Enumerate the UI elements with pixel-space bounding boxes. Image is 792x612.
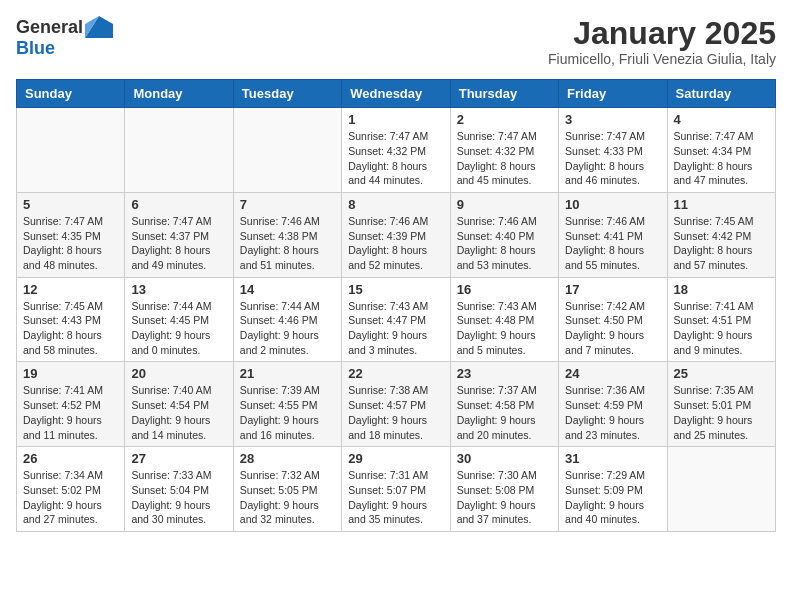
calendar-day-header: Saturday [667, 80, 775, 108]
logo: General Blue [16, 16, 113, 59]
day-number: 7 [240, 197, 335, 212]
month-title: January 2025 [548, 16, 776, 51]
calendar-day-header: Thursday [450, 80, 558, 108]
calendar-cell: 26Sunrise: 7:34 AM Sunset: 5:02 PM Dayli… [17, 447, 125, 532]
day-number: 20 [131, 366, 226, 381]
calendar-cell: 5Sunrise: 7:47 AM Sunset: 4:35 PM Daylig… [17, 192, 125, 277]
calendar-cell: 12Sunrise: 7:45 AM Sunset: 4:43 PM Dayli… [17, 277, 125, 362]
day-number: 17 [565, 282, 660, 297]
calendar-header-row: SundayMondayTuesdayWednesdayThursdayFrid… [17, 80, 776, 108]
calendar-cell: 21Sunrise: 7:39 AM Sunset: 4:55 PM Dayli… [233, 362, 341, 447]
day-info: Sunrise: 7:41 AM Sunset: 4:51 PM Dayligh… [674, 299, 769, 358]
calendar-cell: 11Sunrise: 7:45 AM Sunset: 4:42 PM Dayli… [667, 192, 775, 277]
day-info: Sunrise: 7:43 AM Sunset: 4:47 PM Dayligh… [348, 299, 443, 358]
day-number: 26 [23, 451, 118, 466]
calendar-cell: 2Sunrise: 7:47 AM Sunset: 4:32 PM Daylig… [450, 108, 558, 193]
calendar-cell: 16Sunrise: 7:43 AM Sunset: 4:48 PM Dayli… [450, 277, 558, 362]
day-info: Sunrise: 7:42 AM Sunset: 4:50 PM Dayligh… [565, 299, 660, 358]
day-number: 10 [565, 197, 660, 212]
day-number: 23 [457, 366, 552, 381]
day-number: 27 [131, 451, 226, 466]
day-info: Sunrise: 7:32 AM Sunset: 5:05 PM Dayligh… [240, 468, 335, 527]
day-number: 5 [23, 197, 118, 212]
day-number: 30 [457, 451, 552, 466]
location-subtitle: Fiumicello, Friuli Venezia Giulia, Italy [548, 51, 776, 67]
calendar-cell: 31Sunrise: 7:29 AM Sunset: 5:09 PM Dayli… [559, 447, 667, 532]
title-section: January 2025 Fiumicello, Friuli Venezia … [548, 16, 776, 67]
day-info: Sunrise: 7:37 AM Sunset: 4:58 PM Dayligh… [457, 383, 552, 442]
day-number: 18 [674, 282, 769, 297]
calendar-cell: 29Sunrise: 7:31 AM Sunset: 5:07 PM Dayli… [342, 447, 450, 532]
calendar-table: SundayMondayTuesdayWednesdayThursdayFrid… [16, 79, 776, 532]
calendar-cell [233, 108, 341, 193]
calendar-cell [667, 447, 775, 532]
day-number: 8 [348, 197, 443, 212]
calendar-cell: 17Sunrise: 7:42 AM Sunset: 4:50 PM Dayli… [559, 277, 667, 362]
calendar-cell: 18Sunrise: 7:41 AM Sunset: 4:51 PM Dayli… [667, 277, 775, 362]
calendar-cell: 15Sunrise: 7:43 AM Sunset: 4:47 PM Dayli… [342, 277, 450, 362]
day-info: Sunrise: 7:35 AM Sunset: 5:01 PM Dayligh… [674, 383, 769, 442]
day-number: 22 [348, 366, 443, 381]
day-info: Sunrise: 7:33 AM Sunset: 5:04 PM Dayligh… [131, 468, 226, 527]
day-info: Sunrise: 7:46 AM Sunset: 4:38 PM Dayligh… [240, 214, 335, 273]
day-number: 3 [565, 112, 660, 127]
calendar-cell: 28Sunrise: 7:32 AM Sunset: 5:05 PM Dayli… [233, 447, 341, 532]
day-number: 4 [674, 112, 769, 127]
logo-general-text: General [16, 17, 83, 38]
day-info: Sunrise: 7:31 AM Sunset: 5:07 PM Dayligh… [348, 468, 443, 527]
day-info: Sunrise: 7:39 AM Sunset: 4:55 PM Dayligh… [240, 383, 335, 442]
calendar-cell: 23Sunrise: 7:37 AM Sunset: 4:58 PM Dayli… [450, 362, 558, 447]
calendar-cell: 3Sunrise: 7:47 AM Sunset: 4:33 PM Daylig… [559, 108, 667, 193]
day-info: Sunrise: 7:43 AM Sunset: 4:48 PM Dayligh… [457, 299, 552, 358]
day-number: 6 [131, 197, 226, 212]
day-info: Sunrise: 7:45 AM Sunset: 4:43 PM Dayligh… [23, 299, 118, 358]
calendar-cell: 19Sunrise: 7:41 AM Sunset: 4:52 PM Dayli… [17, 362, 125, 447]
calendar-day-header: Monday [125, 80, 233, 108]
calendar-cell: 10Sunrise: 7:46 AM Sunset: 4:41 PM Dayli… [559, 192, 667, 277]
day-number: 13 [131, 282, 226, 297]
calendar-day-header: Sunday [17, 80, 125, 108]
logo-icon [85, 16, 113, 38]
calendar-cell: 20Sunrise: 7:40 AM Sunset: 4:54 PM Dayli… [125, 362, 233, 447]
day-number: 31 [565, 451, 660, 466]
calendar-cell: 22Sunrise: 7:38 AM Sunset: 4:57 PM Dayli… [342, 362, 450, 447]
day-info: Sunrise: 7:44 AM Sunset: 4:46 PM Dayligh… [240, 299, 335, 358]
calendar-day-header: Tuesday [233, 80, 341, 108]
calendar-cell: 30Sunrise: 7:30 AM Sunset: 5:08 PM Dayli… [450, 447, 558, 532]
day-info: Sunrise: 7:36 AM Sunset: 4:59 PM Dayligh… [565, 383, 660, 442]
calendar-cell: 24Sunrise: 7:36 AM Sunset: 4:59 PM Dayli… [559, 362, 667, 447]
calendar-week-row: 12Sunrise: 7:45 AM Sunset: 4:43 PM Dayli… [17, 277, 776, 362]
day-info: Sunrise: 7:29 AM Sunset: 5:09 PM Dayligh… [565, 468, 660, 527]
day-info: Sunrise: 7:44 AM Sunset: 4:45 PM Dayligh… [131, 299, 226, 358]
day-number: 21 [240, 366, 335, 381]
day-number: 2 [457, 112, 552, 127]
day-number: 1 [348, 112, 443, 127]
day-info: Sunrise: 7:47 AM Sunset: 4:35 PM Dayligh… [23, 214, 118, 273]
calendar-week-row: 1Sunrise: 7:47 AM Sunset: 4:32 PM Daylig… [17, 108, 776, 193]
day-number: 12 [23, 282, 118, 297]
day-info: Sunrise: 7:47 AM Sunset: 4:32 PM Dayligh… [348, 129, 443, 188]
day-number: 16 [457, 282, 552, 297]
calendar-cell: 14Sunrise: 7:44 AM Sunset: 4:46 PM Dayli… [233, 277, 341, 362]
calendar-cell [125, 108, 233, 193]
day-number: 11 [674, 197, 769, 212]
calendar-week-row: 5Sunrise: 7:47 AM Sunset: 4:35 PM Daylig… [17, 192, 776, 277]
day-info: Sunrise: 7:34 AM Sunset: 5:02 PM Dayligh… [23, 468, 118, 527]
day-info: Sunrise: 7:40 AM Sunset: 4:54 PM Dayligh… [131, 383, 226, 442]
day-info: Sunrise: 7:47 AM Sunset: 4:34 PM Dayligh… [674, 129, 769, 188]
calendar-day-header: Friday [559, 80, 667, 108]
day-info: Sunrise: 7:46 AM Sunset: 4:41 PM Dayligh… [565, 214, 660, 273]
day-info: Sunrise: 7:38 AM Sunset: 4:57 PM Dayligh… [348, 383, 443, 442]
day-number: 24 [565, 366, 660, 381]
day-number: 15 [348, 282, 443, 297]
day-info: Sunrise: 7:41 AM Sunset: 4:52 PM Dayligh… [23, 383, 118, 442]
day-info: Sunrise: 7:46 AM Sunset: 4:40 PM Dayligh… [457, 214, 552, 273]
calendar-cell: 6Sunrise: 7:47 AM Sunset: 4:37 PM Daylig… [125, 192, 233, 277]
day-number: 14 [240, 282, 335, 297]
calendar-week-row: 19Sunrise: 7:41 AM Sunset: 4:52 PM Dayli… [17, 362, 776, 447]
calendar-cell: 8Sunrise: 7:46 AM Sunset: 4:39 PM Daylig… [342, 192, 450, 277]
calendar-cell: 27Sunrise: 7:33 AM Sunset: 5:04 PM Dayli… [125, 447, 233, 532]
calendar-cell: 13Sunrise: 7:44 AM Sunset: 4:45 PM Dayli… [125, 277, 233, 362]
day-number: 28 [240, 451, 335, 466]
day-info: Sunrise: 7:47 AM Sunset: 4:37 PM Dayligh… [131, 214, 226, 273]
